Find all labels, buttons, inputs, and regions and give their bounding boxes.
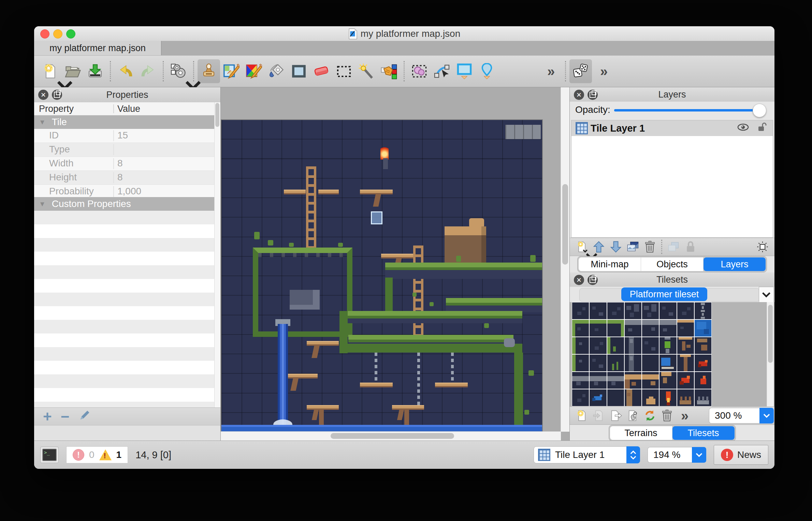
open-button[interactable] [61, 59, 84, 83]
remove-property-button[interactable]: − [61, 410, 70, 423]
rect-select-tool[interactable] [333, 59, 355, 83]
tileset-tile[interactable] [572, 355, 589, 371]
tileset-tile[interactable] [695, 355, 711, 371]
tileset-tile[interactable] [695, 302, 711, 319]
tileset-tile[interactable] [642, 355, 659, 371]
console-button[interactable] [40, 447, 59, 463]
duplicate-layer-button[interactable] [624, 239, 641, 255]
edit-tileset-button[interactable] [624, 407, 641, 424]
document-tab[interactable]: my platformer map.json [34, 41, 161, 55]
tab-tilesets[interactable]: Tilesets [672, 426, 735, 440]
tileset-tile[interactable] [607, 389, 624, 406]
undo-button[interactable] [114, 59, 137, 83]
tileset-tile[interactable] [625, 355, 641, 371]
reload-tileset-button[interactable] [641, 407, 658, 424]
tileset-zoom-combo[interactable]: 300 % [709, 407, 774, 424]
highlight-current-layer-button[interactable] [754, 239, 771, 255]
tileset-tile[interactable] [659, 320, 676, 337]
tileset-tile[interactable] [590, 320, 606, 337]
tileset-tile[interactable] [659, 389, 676, 406]
tab-mini-map[interactable]: Mini-map [579, 257, 641, 271]
map-view[interactable] [221, 120, 542, 432]
lock-open-icon[interactable] [756, 122, 768, 135]
tileset-overflow-button[interactable]: » [676, 407, 693, 424]
embed-tileset-button[interactable] [590, 407, 607, 424]
tileset-tile[interactable] [607, 355, 624, 371]
toolbar-overflow-button[interactable]: » [539, 59, 562, 83]
remove-tileset-button[interactable] [658, 407, 676, 424]
tileset-tile[interactable] [695, 372, 711, 389]
edit-property-button[interactable] [78, 410, 90, 424]
add-layer-button[interactable] [573, 239, 590, 255]
tileset-tile[interactable] [642, 389, 659, 406]
insert-point-tool[interactable] [476, 59, 498, 83]
new-map-button[interactable] [39, 59, 61, 83]
tileset-tile[interactable] [677, 337, 694, 354]
lock-layer-button[interactable] [682, 239, 699, 255]
same-tile-select-tool[interactable] [378, 59, 400, 83]
tab-layers[interactable]: Layers [704, 257, 766, 271]
tileset-tile[interactable] [642, 337, 659, 354]
property-value[interactable]: 1,000 [117, 186, 141, 197]
tileset-tile[interactable] [590, 355, 606, 371]
news-button[interactable]: ! News [714, 445, 768, 465]
magic-wand-tool[interactable] [355, 59, 378, 83]
wang-brush-tool[interactable] [243, 59, 265, 83]
tab-objects[interactable]: Objects [641, 257, 704, 271]
select-objects-tool[interactable] [408, 59, 431, 83]
property-row[interactable]: Probability1,000 [34, 185, 215, 199]
tileset-tile[interactable] [590, 302, 606, 319]
tab-terrains[interactable]: Terrains [610, 426, 672, 440]
redo-button[interactable] [137, 59, 159, 83]
property-row[interactable]: ID15 [34, 129, 215, 143]
tileset-tile[interactable] [659, 372, 676, 389]
add-property-button[interactable]: + [43, 410, 52, 423]
tileset-tile[interactable] [677, 389, 694, 406]
run-command-button[interactable] [167, 59, 190, 83]
property-value[interactable]: 8 [117, 158, 123, 169]
tileset-scrollbar[interactable] [767, 302, 774, 406]
save-button[interactable] [84, 59, 106, 83]
tileset-tile[interactable] [677, 372, 694, 389]
tileset-grid[interactable] [572, 302, 712, 406]
tileset-tile[interactable] [625, 372, 641, 389]
properties-scrollbar[interactable] [214, 102, 220, 408]
export-tileset-button[interactable] [607, 407, 624, 424]
visibility-eye-icon[interactable] [737, 122, 749, 135]
tileset-tile[interactable] [590, 372, 606, 389]
tile-brush-cursor[interactable] [371, 211, 382, 224]
random-mode-toggle[interactable] [569, 59, 592, 83]
tileset-tile[interactable] [695, 320, 711, 337]
tileset-tile[interactable] [642, 302, 659, 319]
tileset-tile[interactable] [572, 320, 589, 337]
edit-polygons-tool[interactable] [431, 59, 453, 83]
tileset-tile[interactable] [607, 320, 624, 337]
property-row[interactable]: Type [34, 143, 215, 157]
tileset-tile[interactable] [625, 337, 641, 354]
tileset-tile[interactable] [625, 389, 641, 406]
tileset-tile[interactable] [659, 302, 676, 319]
insert-rectangle-tool[interactable] [453, 59, 476, 83]
property-row[interactable]: Width8 [34, 157, 215, 171]
issues-counter[interactable]: ! 0 1 [66, 446, 128, 463]
canvas-vertical-scrollbar[interactable] [561, 87, 570, 432]
stamp-brush-tool[interactable] [198, 59, 220, 83]
layer-row-tile-layer-1[interactable]: Tile Layer 1 [571, 120, 773, 136]
lower-layer-button[interactable] [607, 239, 624, 255]
remove-layer-button[interactable] [641, 239, 658, 255]
property-value[interactable]: 15 [117, 130, 128, 141]
eraser-tool[interactable] [310, 59, 333, 83]
tileset-tile[interactable] [572, 302, 589, 319]
property-value[interactable]: 8 [117, 172, 123, 183]
tileset-tab-list-button[interactable] [759, 287, 774, 302]
tileset-tile[interactable] [642, 320, 659, 337]
tileset-tile[interactable] [677, 320, 694, 337]
tileset-tile[interactable] [677, 302, 694, 319]
custom-properties-section-header[interactable]: ▼ Custom Properties [34, 197, 215, 211]
raise-layer-button[interactable] [590, 239, 607, 255]
tileset-tile[interactable] [659, 337, 676, 354]
shape-fill-tool[interactable] [288, 59, 310, 83]
tileset-tile[interactable] [572, 389, 589, 406]
tileset-tile[interactable] [590, 389, 606, 406]
tileset-tile[interactable] [572, 337, 589, 354]
